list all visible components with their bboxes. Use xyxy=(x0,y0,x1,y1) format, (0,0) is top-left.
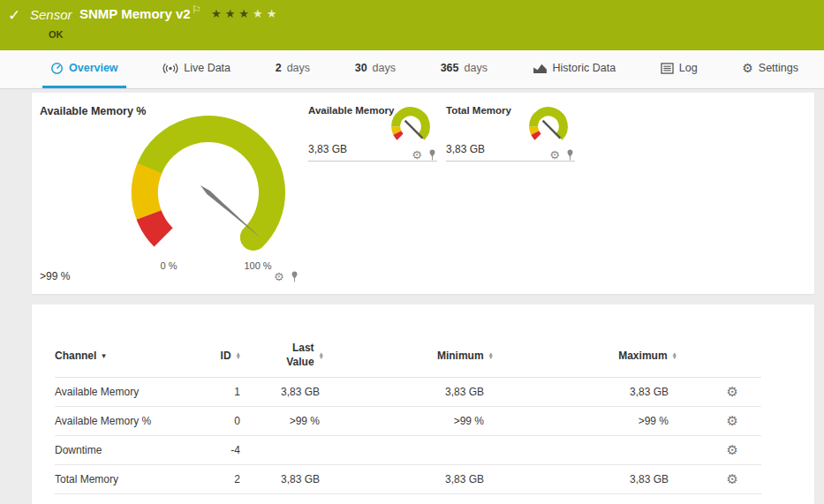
priority-stars[interactable]: ★★★★★ xyxy=(211,7,280,20)
tab-bar: Overview Live Data 2 days 30 days 365 da… xyxy=(0,50,824,89)
mini-gauge-value: 3,83 GB xyxy=(308,143,347,155)
channel-settings-icon[interactable]: ⚙ xyxy=(727,413,738,428)
table-row: Total Memory 2 3,83 GB 3,83 GB 3,83 GB ⚙ xyxy=(55,464,761,493)
pin-icon[interactable] xyxy=(290,271,299,282)
channel-name: Available Memory % xyxy=(55,406,203,435)
tab-label: Live Data xyxy=(184,62,231,74)
channel-name: Available Memory xyxy=(55,377,203,406)
channel-name: Downtime xyxy=(55,435,203,464)
table-row: Available Memory % 0 >99 % >99 % >99 % ⚙ xyxy=(55,406,761,435)
tab-log[interactable]: Log xyxy=(653,50,706,88)
log-list-icon xyxy=(661,63,674,74)
area-chart-icon xyxy=(533,63,548,74)
channels-panel: Channel▾ ID▲▼ Last Value▲▼ Minimum▲▼ Max… xyxy=(32,305,814,504)
channel-id: -4 xyxy=(203,435,245,464)
tab-2-days[interactable]: 2 days xyxy=(268,50,318,88)
channel-last-value: >99 % xyxy=(245,406,324,435)
prtg-sensor-page: ✓ Sensor SNMP Memory v2 ⚐ ★★★★★ OK Overv… xyxy=(0,0,824,504)
column-header-channel[interactable]: Channel xyxy=(55,350,96,362)
mini-gauge xyxy=(525,102,572,149)
channel-last-value: 3,83 GB xyxy=(245,377,324,406)
table-row: Available Memory 1 3,83 GB 3,83 GB 3,83 … xyxy=(55,377,761,406)
gear-icon[interactable]: ⚙ xyxy=(549,149,560,161)
tab-label: days xyxy=(373,62,396,74)
sensor-title: SNMP Memory v2 xyxy=(79,6,191,21)
channel-name: Total Memory xyxy=(55,464,203,493)
mini-gauge-value: 3,83 GB xyxy=(446,143,485,155)
channel-maximum: >99 % xyxy=(494,406,677,435)
mini-gauge-title: Total Memory xyxy=(446,105,511,116)
tab-historic-data[interactable]: Historic Data xyxy=(525,50,624,88)
channel-minimum: 3,83 GB xyxy=(324,377,494,406)
object-kind-label: Sensor xyxy=(30,7,72,22)
star-icon[interactable]: ★ xyxy=(253,7,267,20)
tab-30-days[interactable]: 30 days xyxy=(347,50,404,88)
star-icon[interactable]: ★ xyxy=(225,7,239,20)
tab-label: Overview xyxy=(69,62,118,74)
mini-gauge-actions: ⚙ xyxy=(549,149,575,161)
sort-icon[interactable]: ▲▼ xyxy=(488,352,494,359)
tab-number: 2 xyxy=(276,62,282,74)
star-icon[interactable]: ★ xyxy=(267,7,281,20)
mini-gauge-title: Available Memory xyxy=(308,105,394,116)
channel-maximum: 3,83 GB xyxy=(494,377,677,406)
main-gauge xyxy=(120,100,297,267)
tab-label: Settings xyxy=(759,62,798,74)
tab-number: 30 xyxy=(355,62,367,74)
main-gauge-value: >99 % xyxy=(40,270,70,282)
channel-last-value xyxy=(245,435,324,464)
column-header-maximum[interactable]: Maximum xyxy=(618,350,667,362)
tab-label: Historic Data xyxy=(553,62,616,74)
main-gauge-actions: ⚙ xyxy=(274,271,299,282)
mini-gauge-available-memory: Available Memory 3,83 GB ⚙ xyxy=(308,102,437,162)
gear-icon[interactable]: ⚙ xyxy=(412,149,422,161)
channel-last-value: 3,83 GB xyxy=(245,464,324,493)
channel-minimum: 3,83 GB xyxy=(324,464,494,493)
channel-id: 1 xyxy=(203,377,245,406)
channel-minimum xyxy=(324,435,494,464)
tab-label: days xyxy=(287,62,310,74)
sensor-header: ✓ Sensor SNMP Memory v2 ⚐ ★★★★★ OK xyxy=(0,0,824,50)
channel-settings-icon[interactable]: ⚙ xyxy=(727,384,738,399)
tab-label: Log xyxy=(679,62,698,74)
channel-id: 0 xyxy=(203,406,245,435)
tab-live-data[interactable]: Live Data xyxy=(155,50,238,88)
table-row: Downtime -4 ⚙ xyxy=(55,435,761,464)
channels-table: Channel▾ ID▲▼ Last Value▲▼ Minimum▲▼ Max… xyxy=(55,335,761,494)
gear-icon: ⚙ xyxy=(742,62,753,74)
channel-settings-icon[interactable]: ⚙ xyxy=(727,442,738,457)
column-header-last-value[interactable]: Last Value xyxy=(274,342,314,369)
channel-maximum xyxy=(494,435,677,464)
channel-maximum: 3,83 GB xyxy=(494,464,677,493)
gauges-panel: Available Memory % 0 % 100 % >99 % ⚙ Ava… xyxy=(32,93,814,294)
star-icon[interactable]: ★ xyxy=(238,7,253,20)
status-check-icon: ✓ xyxy=(8,6,20,25)
broadcast-icon xyxy=(163,62,178,75)
channel-minimum: >99 % xyxy=(324,406,494,435)
main-gauge-min-label: 0 % xyxy=(149,260,188,271)
tab-label: days xyxy=(465,62,488,74)
column-header-id[interactable]: ID xyxy=(221,350,231,362)
caret-down-icon[interactable]: ▾ xyxy=(102,351,106,360)
sort-icon[interactable]: ▲▼ xyxy=(672,352,677,359)
column-header-minimum[interactable]: Minimum xyxy=(437,350,484,362)
mini-gauge-total-memory: Total Memory 3,83 GB ⚙ xyxy=(446,102,575,162)
table-header-row: Channel▾ ID▲▼ Last Value▲▼ Minimum▲▼ Max… xyxy=(55,335,761,377)
sensor-status-badge: OK xyxy=(49,29,64,40)
gauge-icon xyxy=(50,62,64,75)
tab-settings[interactable]: ⚙ Settings xyxy=(734,50,806,88)
star-icon[interactable]: ★ xyxy=(211,7,225,20)
tab-365-days[interactable]: 365 days xyxy=(433,50,495,88)
channel-settings-icon[interactable]: ⚙ xyxy=(727,471,738,486)
pin-icon[interactable] xyxy=(565,149,575,161)
mini-gauge-actions: ⚙ xyxy=(412,149,437,161)
tab-overview[interactable]: Overview xyxy=(42,50,126,88)
sort-icon[interactable]: ▲▼ xyxy=(236,352,241,359)
mini-gauge xyxy=(387,102,435,149)
sort-icon[interactable]: ▲▼ xyxy=(319,352,324,359)
flag-icon[interactable]: ⚐ xyxy=(192,4,201,16)
gear-icon[interactable]: ⚙ xyxy=(274,271,284,282)
tab-number: 365 xyxy=(441,62,459,74)
channel-id: 2 xyxy=(203,464,245,493)
pin-icon[interactable] xyxy=(427,149,437,161)
